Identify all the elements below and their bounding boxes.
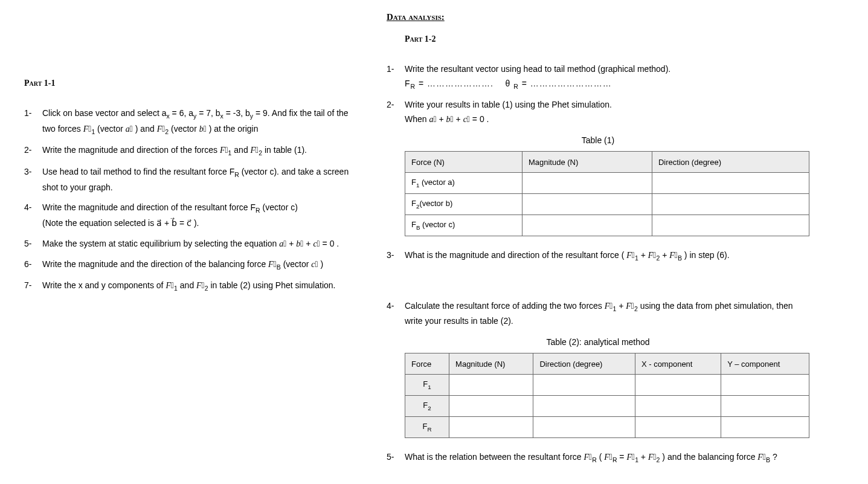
p11-item-3: Use head to tail method to find the resu… <box>24 165 350 195</box>
t2-r2: FR <box>405 417 449 438</box>
right-column: Data analysis: Part 1-2 Write the result… <box>387 12 809 484</box>
p11-item-6: Write the magnitude and the direction of… <box>24 257 350 273</box>
t1-h1: Magnitude (N) <box>522 152 652 173</box>
p11-item-1: Click on base vector and select ax = 6, … <box>24 106 350 137</box>
table-1: Force (N) Magnitude (N) Direction (degre… <box>405 151 809 236</box>
t1-h2: Direction (degree) <box>652 152 809 173</box>
t2-h0: Force <box>405 353 449 375</box>
fr-blank: FR = …………………. <box>405 79 493 88</box>
t2-r1: F2 <box>405 396 449 417</box>
p12-item-3: What is the magnitude and direction of t… <box>387 248 809 264</box>
p11-item-7: Write the x and y components of F⃗1 and … <box>24 279 350 294</box>
t1-r1: F2(vector b) <box>405 194 522 215</box>
p12-item-4: Calculate the resultant force of adding … <box>387 299 809 329</box>
theta-blank: θ R = ……………………… <box>505 79 611 88</box>
table-row: FB (vector c) <box>405 215 809 236</box>
p11-item-4-note: (Note the equation selected is a⃗ + b⃗ =… <box>42 218 199 228</box>
t1-h0: Force (N) <box>405 152 522 173</box>
table-1-header-row: Force (N) Magnitude (N) Direction (degre… <box>405 152 809 173</box>
document-page: Part 1-1 Click on base vector and select… <box>24 12 844 484</box>
t1-r0: F1 (vector a) <box>405 173 522 194</box>
part-1-2-list-cont3: What is the relation between the resulta… <box>387 450 809 466</box>
table-row: F1 <box>405 375 809 396</box>
t2-h3: X - component <box>635 353 721 375</box>
p12-q2-text: Write your results in table (1) using th… <box>405 100 612 109</box>
part-1-2-list-cont2: Calculate the resultant force of adding … <box>387 299 809 329</box>
table-row: F2(vector b) <box>405 194 809 215</box>
part-1-2-title: Part 1-2 <box>405 34 809 44</box>
t2-h1: Magnitude (N) <box>449 353 533 375</box>
t2-r0: F1 <box>405 375 449 396</box>
table-2-caption: Table (2): analytical method <box>387 337 809 347</box>
part-1-2-list: Write the resultant vector using head to… <box>387 62 809 127</box>
table-1-caption: Table (1) <box>387 135 809 145</box>
part-1-2-list-cont: What is the magnitude and direction of t… <box>387 248 809 264</box>
p11-item-5: Make the system at static equilibrium by… <box>24 237 350 251</box>
t2-h4: Y – component <box>721 353 809 375</box>
table-2-header-row: Force Magnitude (N) Direction (degree) X… <box>405 353 809 375</box>
table-2: Force Magnitude (N) Direction (degree) X… <box>405 353 809 438</box>
p11-item-4: Write the magnitude and direction of the… <box>24 201 350 230</box>
p12-item-1: Write the resultant vector using head to… <box>387 62 809 92</box>
p12-item-2: Write your results in table (1) using th… <box>387 98 809 127</box>
p12-q1-text: Write the resultant vector using head to… <box>405 64 670 74</box>
data-analysis-title: Data analysis: <box>387 12 809 22</box>
t1-r2: FB (vector c) <box>405 215 522 236</box>
table-row: F1 (vector a) <box>405 173 809 194</box>
part-1-1-title: Part 1-1 <box>24 79 350 88</box>
table-row: F2 <box>405 396 809 417</box>
p12-item-5: What is the relation between the resulta… <box>387 450 809 466</box>
t2-h2: Direction (degree) <box>533 353 635 375</box>
table-row: FR <box>405 417 809 438</box>
p11-item-2: Write the magnitude and direction of the… <box>24 143 350 159</box>
left-column: Part 1-1 Click on base vector and select… <box>24 12 350 484</box>
part-1-1-list: Click on base vector and select ax = 6, … <box>24 106 350 294</box>
